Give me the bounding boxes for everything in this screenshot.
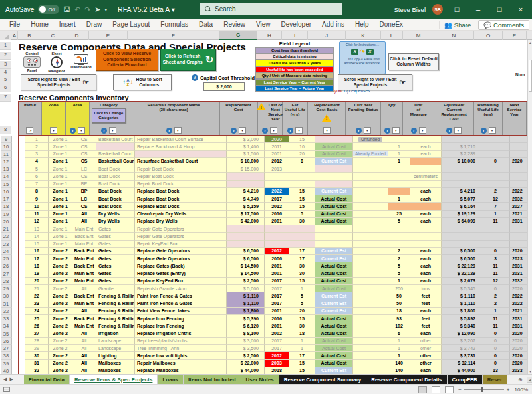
row-header[interactable]: 20 xyxy=(1,218,12,225)
vertical-scrollbar-thumb[interactable] xyxy=(529,60,532,92)
cell-qty[interactable] xyxy=(388,233,410,240)
cell-item[interactable]: 1 xyxy=(25,136,49,143)
cell-fund[interactable] xyxy=(353,352,388,359)
cell-rem[interactable] xyxy=(481,143,510,150)
cell-zone[interactable]: Zone 1 xyxy=(49,151,72,158)
cell-fund[interactable]: Unfunded xyxy=(353,136,388,143)
cell-rem[interactable] xyxy=(481,225,510,233)
cell-area[interactable]: All xyxy=(72,218,96,225)
row-header[interactable]: 3 xyxy=(0,61,11,69)
row-header[interactable]: 26 xyxy=(1,262,12,270)
cell-fund[interactable] xyxy=(353,292,388,300)
filter-dropdown-icon[interactable]: ▾ xyxy=(454,127,462,134)
cell-cat[interactable]: Gates xyxy=(96,262,135,270)
cell-fund[interactable] xyxy=(353,165,388,173)
cell-basis[interactable] xyxy=(315,165,353,173)
row-header[interactable]: 6 xyxy=(0,84,11,92)
row-header[interactable]: 30 xyxy=(1,292,12,300)
cell-rem[interactable]: 0 xyxy=(481,248,510,255)
cell-unit[interactable]: other xyxy=(410,360,442,367)
cell-area[interactable]: Main Ent xyxy=(72,278,96,285)
cell-year[interactable]: 2017 xyxy=(265,278,289,285)
cell-unit[interactable]: each xyxy=(410,211,442,218)
cell-rem[interactable]: 2 xyxy=(481,188,510,195)
cell-basis[interactable]: Actual Cost xyxy=(315,262,353,270)
cell-name[interactable]: Replace Irrigation Cntrls xyxy=(135,330,227,338)
quick-access-dropdown-icon[interactable]: ▾ xyxy=(105,7,108,12)
cell-cost[interactable]: $ 2,500 xyxy=(227,278,265,285)
cell-unit[interactable] xyxy=(410,225,442,233)
cell-zone[interactable]: Zone 1 xyxy=(49,188,72,195)
cell-rem[interactable] xyxy=(481,241,510,248)
ribbon-tab-formulas[interactable]: Formulas xyxy=(155,19,194,29)
row-header[interactable]: 24 xyxy=(1,248,12,255)
cell-cost[interactable]: $ 6,120 xyxy=(227,322,265,330)
cell-fund[interactable] xyxy=(353,367,388,374)
cell-cost[interactable]: $ 2,500 xyxy=(227,352,265,359)
cell-unit[interactable] xyxy=(410,203,442,210)
cell-basis[interactable]: Actual Cost xyxy=(315,278,353,285)
cell-item[interactable]: 2 xyxy=(25,143,49,150)
info-icon[interactable]: i xyxy=(70,128,76,134)
cell-rem[interactable]: 12 xyxy=(481,195,510,203)
cell-rem[interactable] xyxy=(481,136,510,143)
sheet-tab-loans[interactable]: Loans xyxy=(158,375,184,384)
cell-qty[interactable] xyxy=(388,241,410,248)
cell-area[interactable]: CS xyxy=(72,203,96,210)
scroll-down-icon[interactable]: ▼ xyxy=(528,369,532,373)
cell-cat[interactable]: Gates xyxy=(96,241,135,248)
cell-life[interactable]: 1 xyxy=(289,345,315,352)
ribbon-display-options-icon[interactable]: □ xyxy=(450,0,464,19)
cell-qty[interactable]: 1 xyxy=(388,195,410,203)
column-letter-C[interactable]: C xyxy=(41,31,65,40)
cell-cat[interactable]: Basketball Court xyxy=(96,158,135,165)
info-icon[interactable]: i xyxy=(384,128,390,134)
cell-life[interactable]: 1 xyxy=(289,338,315,345)
cell-item[interactable]: 5 xyxy=(25,165,49,173)
cell-item[interactable]: 28 xyxy=(25,338,49,345)
cell-rem[interactable]: 0 xyxy=(481,285,510,292)
ribbon-tab-home[interactable]: Home xyxy=(25,19,54,29)
cell-area[interactable]: All xyxy=(72,352,96,359)
cell-year[interactable] xyxy=(265,225,289,233)
cell-zone[interactable]: Zone 2 xyxy=(49,248,72,255)
comments-button[interactable]: 💬 Comments xyxy=(478,20,529,30)
cell-area[interactable]: All xyxy=(72,345,96,352)
zoom-level[interactable]: 100% xyxy=(515,387,528,393)
cell-cost[interactable]: $ 1,110 xyxy=(227,300,265,308)
cell-cat[interactable]: Boat Dock xyxy=(96,188,135,195)
column-letter-I[interactable]: I xyxy=(282,31,308,40)
cell-unit[interactable]: other xyxy=(410,345,442,352)
row-header[interactable]: 14 xyxy=(1,173,12,180)
cell-basis[interactable]: Actual Cost xyxy=(315,203,353,210)
cell-qty[interactable]: 1 xyxy=(388,151,410,158)
cell-cat[interactable]: Boat Dock xyxy=(96,165,135,173)
cell-basis[interactable]: Current Est xyxy=(315,248,353,255)
cell-cost[interactable] xyxy=(227,225,265,233)
status-left-icon[interactable] xyxy=(3,387,10,392)
cell-item[interactable]: 17 xyxy=(25,255,49,262)
sheet-tab-compffb[interactable]: CompFFB xyxy=(448,375,483,384)
cell-cost[interactable]: $ 14,500 xyxy=(227,270,265,278)
filter-dropdown-icon[interactable]: ▾ xyxy=(50,127,57,134)
row-header[interactable]: 22 xyxy=(1,233,12,240)
column-letter-H[interactable]: H xyxy=(257,31,282,40)
cell-life[interactable]: 30 xyxy=(289,218,315,225)
cell-life[interactable]: 15 xyxy=(289,278,315,285)
cell-name[interactable]: Tree Trimming - Ann xyxy=(135,345,227,352)
cell-life[interactable]: 17 xyxy=(289,352,315,359)
cell-qty[interactable] xyxy=(388,181,410,188)
cell-qty[interactable]: 5 xyxy=(388,262,410,270)
cell-item[interactable]: 8 xyxy=(25,188,49,195)
cell-basis[interactable]: Current Est xyxy=(315,308,353,315)
sheet-tab-user-notes[interactable]: User Notes xyxy=(241,375,279,384)
cell-cost[interactable]: $ 6,500 xyxy=(227,248,265,255)
row-header[interactable]: 40 xyxy=(1,367,12,374)
cell-zone[interactable]: Zone 2 xyxy=(49,315,72,322)
row-header[interactable]: 19 xyxy=(1,211,12,218)
cell-name[interactable]: Paint View Fence: lakes xyxy=(135,308,227,315)
cell-unit[interactable]: each xyxy=(410,308,442,315)
cell-zone[interactable]: Zone 2 xyxy=(49,262,72,270)
cell-basis[interactable] xyxy=(315,136,353,143)
cell-life[interactable]: 1 xyxy=(289,285,315,292)
